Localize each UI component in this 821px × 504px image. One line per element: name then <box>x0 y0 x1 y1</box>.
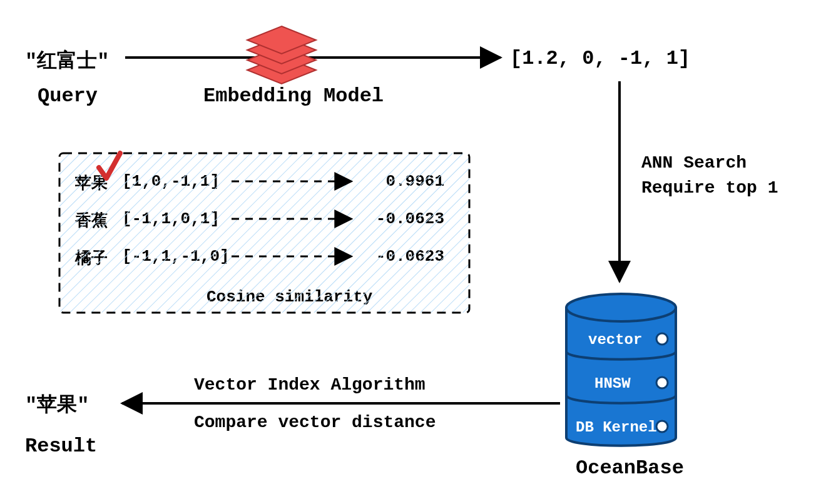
db-layer2: HNSW <box>594 375 631 392</box>
db-layer3: DB Kernel <box>576 419 657 436</box>
db-layer1: vector <box>588 331 642 348</box>
svg-point-8 <box>656 421 668 432</box>
cosine-box <box>59 153 469 313</box>
svg-point-5 <box>566 294 676 321</box>
svg-point-7 <box>656 377 668 388</box>
database-icon: vector HNSW DB Kernel <box>566 294 676 446</box>
diagram-svg: vector HNSW DB Kernel <box>0 0 821 504</box>
embedding-model-icon <box>247 26 316 84</box>
svg-point-6 <box>656 333 668 345</box>
